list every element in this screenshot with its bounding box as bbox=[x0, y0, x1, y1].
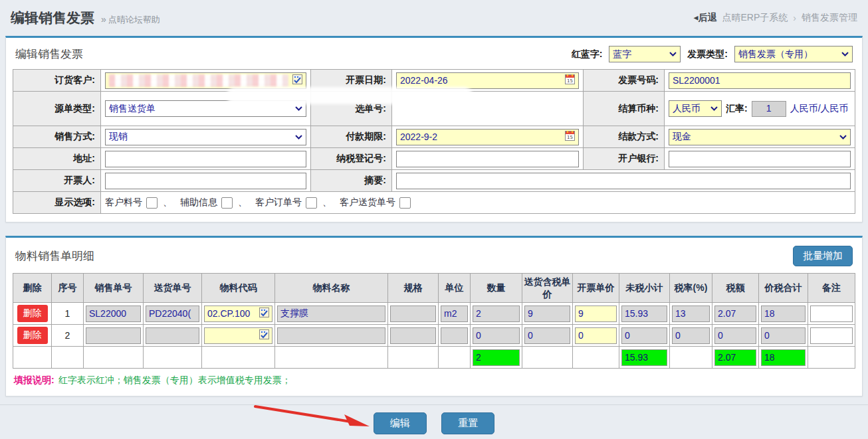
cell-tax-rate: 13 bbox=[672, 306, 710, 322]
back-button[interactable]: ◂后退 bbox=[694, 12, 717, 24]
option-customer-order-no-label: 客户订单号 bbox=[255, 197, 302, 209]
drawer-label: 开票人: bbox=[13, 170, 101, 192]
option-aux-info-label: 辅助信息 bbox=[180, 197, 217, 209]
cell-subtotal: 15.93 bbox=[621, 306, 667, 322]
cell-total: 0 bbox=[761, 327, 806, 344]
option-separator: 、 bbox=[238, 197, 247, 209]
invoice-form: 订货客户: 开票日期: 2022-04-26 15 发票号码: SL220000… bbox=[13, 69, 855, 214]
customer-order-no-checkbox[interactable] bbox=[306, 197, 317, 209]
note-text: 红字表示红冲；销售发票（专用）表示增值税专用发票； bbox=[58, 375, 291, 385]
summary-label: 摘要: bbox=[311, 170, 392, 192]
top-bar: 编辑销售发票 »点晴论坛帮助 ◂后退 点晴ERP子系统 › 销售发票管理 bbox=[0, 0, 868, 36]
summary-input[interactable] bbox=[396, 173, 851, 189]
forum-help-link[interactable]: »点晴论坛帮助 bbox=[101, 14, 160, 26]
invoice-date-input[interactable]: 2022-04-26 15 bbox=[396, 72, 579, 89]
calendar-icon[interactable]: 15 bbox=[565, 131, 575, 143]
cell-delivery-price: 0 bbox=[524, 327, 570, 344]
sale-mode-label: 销售方式: bbox=[13, 126, 101, 148]
cell-spec bbox=[390, 306, 436, 322]
invoice-type-select[interactable]: 销售发票（专用） bbox=[734, 46, 853, 62]
breadcrumb-section[interactable]: 销售发票管理 bbox=[802, 12, 857, 24]
double-angle-icon: » bbox=[101, 14, 106, 25]
cell-unit: m2 bbox=[441, 306, 468, 322]
rate-input: 1 bbox=[752, 101, 786, 117]
aux-info-checkbox[interactable] bbox=[221, 197, 233, 209]
cell-total: 18 bbox=[761, 306, 806, 322]
cell-invoice-price[interactable]: 9 bbox=[575, 306, 617, 322]
chevron-down-icon bbox=[841, 52, 849, 56]
cell-material-code[interactable]: 02.CP.100 bbox=[204, 306, 272, 322]
currency-select[interactable]: 人民币 bbox=[669, 100, 722, 117]
batch-add-button[interactable]: 批量增加 bbox=[793, 246, 853, 266]
chevron-right-icon: › bbox=[793, 13, 796, 23]
settle-select[interactable]: 现金 bbox=[669, 129, 851, 145]
svg-text:15: 15 bbox=[567, 135, 573, 140]
delete-row-button[interactable]: 删除 bbox=[17, 327, 48, 344]
cell-invoice-price[interactable]: 0 bbox=[575, 327, 617, 344]
tax-no-label: 纳税登记号: bbox=[311, 148, 392, 170]
currency-label: 结算币种: bbox=[584, 92, 665, 126]
source-type-select[interactable]: 销售送货单 bbox=[105, 100, 306, 117]
tax-no-input[interactable] bbox=[396, 151, 579, 167]
customer-part-no-checkbox[interactable] bbox=[146, 197, 158, 209]
totals-row: 2 15.93 2.07 18 bbox=[13, 347, 855, 369]
footer-actions: 编辑 重置 bbox=[0, 404, 868, 439]
invoice-panel: 编辑销售发票 红蓝字: 蓝字 发票类型: 销售发票（专用） 订货客户: bbox=[5, 36, 863, 222]
cell-remark[interactable] bbox=[810, 327, 853, 344]
cell-delivery-no: PD22040( bbox=[146, 306, 199, 322]
pick-no-cell bbox=[392, 92, 584, 126]
calendar-icon[interactable]: 15 bbox=[565, 74, 575, 86]
invoice-panel-title: 编辑销售发票 bbox=[15, 46, 83, 62]
picker-icon[interactable] bbox=[259, 307, 269, 319]
cell-sale-no bbox=[86, 327, 141, 344]
edit-button[interactable]: 编辑 bbox=[374, 412, 427, 434]
option-customer-delivery-no-label: 客户送货单号 bbox=[340, 197, 395, 209]
cell-remark[interactable] bbox=[810, 306, 853, 322]
due-label: 付款期限: bbox=[311, 126, 392, 148]
invoice-date-label: 开票日期: bbox=[311, 70, 392, 92]
breadcrumb-system[interactable]: 点晴ERP子系统 bbox=[722, 12, 788, 24]
customer-delivery-no-checkbox[interactable] bbox=[399, 197, 411, 209]
invoice-type-label: 发票类型: bbox=[687, 48, 728, 60]
detail-panel: 物料销售单明细 批量增加 删除序号 销售单号送货单号 物料代码物料名称 规格单位… bbox=[5, 236, 863, 396]
cell-tax-rate: 0 bbox=[672, 327, 710, 344]
chevron-down-icon bbox=[295, 135, 302, 139]
annotation-arrow-icon bbox=[251, 397, 378, 432]
detail-panel-title: 物料销售单明细 bbox=[15, 248, 94, 264]
cell-material-name: 支撑膜 bbox=[277, 306, 385, 322]
address-label: 地址: bbox=[13, 148, 101, 170]
delete-row-button[interactable]: 删除 bbox=[17, 305, 48, 322]
cell-qty: 0 bbox=[473, 327, 520, 344]
rate-unit: 人民币/人民币 bbox=[790, 102, 849, 116]
breadcrumb: ◂后退 点晴ERP子系统 › 销售发票管理 bbox=[694, 12, 858, 24]
total-amount: 18 bbox=[761, 349, 806, 366]
chevron-down-icon bbox=[710, 106, 718, 111]
sale-mode-select[interactable]: 现销 bbox=[105, 129, 306, 145]
cell-tax: 0 bbox=[714, 327, 756, 344]
fill-note: 填报说明:红字表示红冲；销售发票（专用）表示增值税专用发票； bbox=[13, 369, 855, 388]
picker-icon[interactable] bbox=[259, 329, 269, 341]
note-label: 填报说明: bbox=[14, 375, 54, 385]
option-customer-part-no-label: 客户料号 bbox=[105, 197, 142, 209]
cell-qty: 2 bbox=[473, 306, 520, 322]
red-blue-label: 红蓝字: bbox=[572, 48, 603, 60]
back-arrow-icon: ◂ bbox=[694, 12, 699, 23]
cell-spec bbox=[390, 327, 436, 344]
address-input[interactable] bbox=[105, 151, 306, 167]
customer-redacted-value bbox=[109, 74, 288, 87]
total-qty: 2 bbox=[473, 349, 520, 366]
bank-input[interactable] bbox=[669, 151, 851, 167]
detail-header-row: 删除序号 销售单号送货单号 物料代码物料名称 规格单位 数量送货含税单价 开票单… bbox=[13, 274, 855, 303]
pick-no-label: 选单号: bbox=[311, 92, 392, 126]
due-date-input[interactable]: 2022-9-2 15 bbox=[396, 129, 579, 145]
customer-input[interactable] bbox=[105, 72, 306, 89]
option-separator: 、 bbox=[163, 197, 172, 209]
picker-icon[interactable] bbox=[292, 74, 302, 86]
reset-button[interactable]: 重置 bbox=[441, 412, 494, 434]
drawer-input[interactable] bbox=[105, 173, 306, 189]
cell-material-code[interactable] bbox=[204, 327, 272, 344]
invoice-no-input[interactable]: SL2200001 bbox=[669, 72, 851, 89]
red-blue-select[interactable]: 蓝字 bbox=[609, 46, 681, 62]
option-separator: 、 bbox=[322, 197, 332, 209]
total-tax: 2.07 bbox=[714, 349, 756, 366]
